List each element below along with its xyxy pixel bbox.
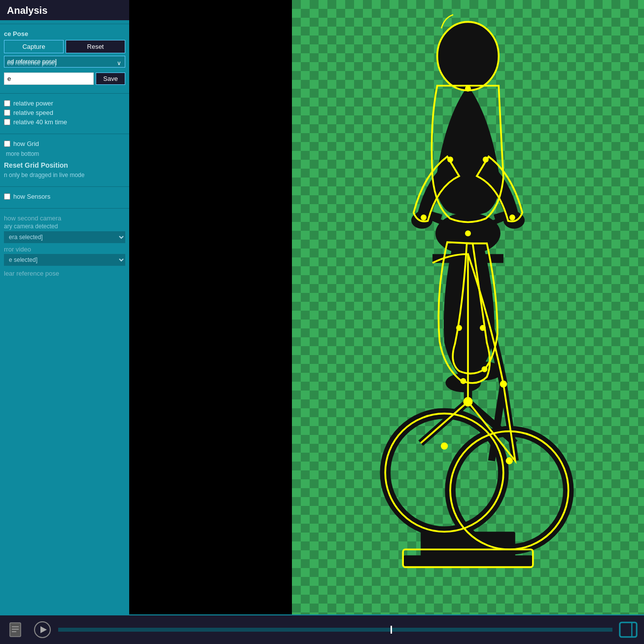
save-button[interactable]: Save bbox=[96, 72, 125, 85]
app-title: Analysis bbox=[7, 5, 47, 16]
right-panel-icon-svg bbox=[617, 619, 639, 641]
play-icon-svg bbox=[34, 621, 51, 639]
front-dropout-joint bbox=[506, 457, 513, 464]
show-grid-label: how Grid bbox=[13, 140, 39, 147]
reference-pose-dropdown[interactable]: ed reference pose] bbox=[4, 56, 125, 68]
bottom-bar bbox=[0, 614, 644, 644]
bottom-bracket-joint bbox=[463, 397, 472, 406]
left-ankle-joint bbox=[460, 378, 466, 384]
relative-speed-label: relative speed bbox=[13, 109, 53, 116]
capture-reset-row: Capture Reset bbox=[4, 40, 125, 53]
svg-rect-0 bbox=[10, 623, 21, 637]
relative-power-checkbox[interactable] bbox=[4, 100, 10, 107]
no-secondary-camera-text: ary camera detected bbox=[4, 223, 125, 230]
relative-speed-checkbox[interactable] bbox=[4, 109, 10, 116]
right-panel-icon-button[interactable] bbox=[617, 619, 639, 641]
main-area: Analysis ce Pose Capture Reset ed refere… bbox=[0, 0, 644, 614]
right-ankle-joint bbox=[482, 366, 488, 372]
relative-speed-item: relative speed bbox=[4, 109, 125, 116]
hip-joint bbox=[465, 230, 471, 236]
timeline-marker bbox=[391, 626, 392, 634]
grid-section: how Grid more bottom Reset Grid Position… bbox=[0, 137, 129, 183]
play-button[interactable] bbox=[32, 619, 53, 641]
svg-rect-6 bbox=[620, 622, 637, 637]
checkboxes-section: relative power relative speed relative 4… bbox=[0, 97, 129, 131]
cyclist-overlay bbox=[292, 0, 644, 614]
relative-power-label: relative power bbox=[13, 100, 53, 107]
center-black-area bbox=[129, 0, 292, 614]
reference-pose-label: ce Pose bbox=[4, 30, 125, 37]
drag-info-text: n only be dragged in live mode bbox=[4, 172, 125, 179]
reference-pose-dropdown-wrapper: ed reference pose] ed reference pose] bbox=[4, 56, 125, 70]
timeline-bar[interactable] bbox=[58, 628, 612, 632]
torso-shape bbox=[435, 86, 501, 216]
save-row: Save bbox=[4, 72, 125, 85]
relative-power-item: relative power bbox=[4, 100, 125, 107]
show-sensors-item: how Sensors bbox=[4, 193, 125, 200]
relative-40km-item: relative 40 km time bbox=[4, 118, 125, 126]
sidebar: Analysis ce Pose Capture Reset ed refere… bbox=[0, 0, 129, 614]
show-sensors-checkbox[interactable] bbox=[4, 193, 10, 200]
reference-pose-section: ce Pose Capture Reset ed reference pose]… bbox=[0, 27, 129, 90]
relative-40km-label: relative 40 km time bbox=[13, 118, 67, 126]
save-input[interactable] bbox=[4, 72, 94, 85]
show-grid-checkbox[interactable] bbox=[4, 141, 10, 147]
left-knee-joint bbox=[456, 325, 462, 331]
right-shoulder-joint bbox=[483, 156, 489, 162]
trainer-body bbox=[421, 532, 515, 558]
app-layout: Analysis ce Pose Capture Reset ed refere… bbox=[0, 0, 644, 644]
show-sensors-label: how Sensors bbox=[13, 193, 50, 200]
right-elbow-joint bbox=[509, 215, 515, 220]
neck-joint bbox=[465, 86, 471, 92]
video-area bbox=[292, 0, 644, 614]
right-knee-joint bbox=[480, 325, 486, 331]
aero-bar-right bbox=[489, 217, 506, 224]
rear-dropout-joint bbox=[441, 442, 448, 449]
camera-select-dropdown[interactable]: era selected] bbox=[4, 231, 125, 243]
cyclist-svg bbox=[292, 0, 644, 614]
show-grid-item: how Grid bbox=[4, 140, 125, 147]
mirror-video-label: rror video bbox=[4, 246, 125, 253]
reset-button[interactable]: Reset bbox=[66, 40, 125, 53]
head-tube-joint bbox=[500, 381, 507, 388]
file-select-dropdown[interactable]: e selected] bbox=[4, 254, 125, 266]
left-elbow-joint bbox=[421, 215, 427, 220]
doc-icon-button[interactable] bbox=[5, 619, 27, 641]
second-camera-section: how second camera ary camera detected er… bbox=[0, 212, 129, 283]
svg-marker-5 bbox=[40, 626, 47, 633]
doc-icon-svg bbox=[7, 621, 25, 639]
aero-bar-left bbox=[429, 217, 447, 224]
reset-grid-position-button[interactable]: Reset Grid Position bbox=[4, 160, 125, 171]
more-bottom-text: more bottom bbox=[4, 149, 125, 158]
left-shoulder-joint bbox=[447, 156, 453, 162]
sidebar-title-bar: Analysis bbox=[0, 0, 129, 21]
relative-40km-checkbox[interactable] bbox=[4, 119, 10, 125]
rear-wheel-outline bbox=[385, 414, 503, 532]
clear-reference-pose-button[interactable]: lear reference pose bbox=[4, 268, 125, 279]
capture-button[interactable]: Capture bbox=[4, 40, 64, 53]
show-second-camera-label: how second camera bbox=[4, 215, 125, 222]
sensors-section: how Sensors bbox=[0, 190, 129, 205]
